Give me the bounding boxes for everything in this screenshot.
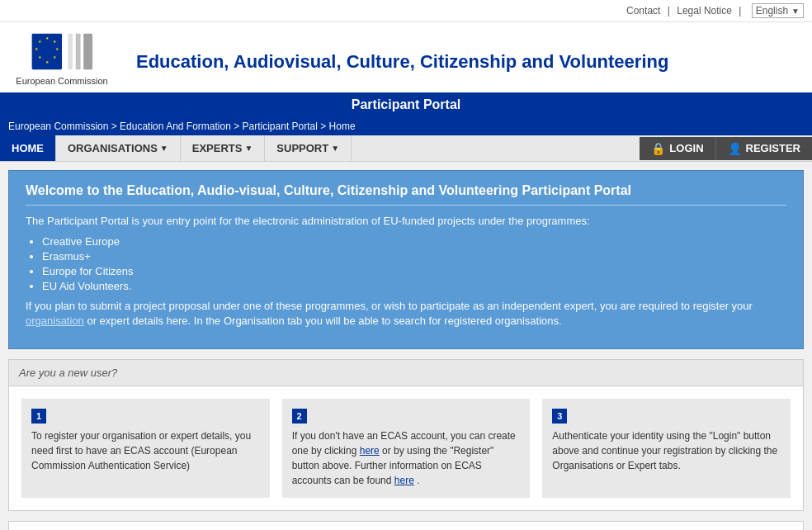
support-dropdown-icon: ▼	[331, 144, 339, 153]
nav-organisations[interactable]: ORGANISATIONS ▼	[56, 135, 181, 161]
legal-notice-link[interactable]: Legal Notice	[677, 5, 732, 17]
step-2-text3: .	[417, 475, 419, 486]
nav-bar: HOME ORGANISATIONS ▼ EXPERTS ▼ SUPPORT ▼…	[0, 135, 812, 162]
language-selector[interactable]: English ▼	[752, 3, 804, 18]
language-label: English	[756, 5, 788, 17]
breadcrumb-sep1: >	[111, 121, 117, 132]
welcome-title: Welcome to the Education, Audio-visual, …	[26, 183, 786, 206]
step-1-header: 1	[31, 409, 260, 424]
new-user-section: Are you a new user? 1 To register your o…	[8, 359, 804, 511]
main-content: Welcome to the Education, Audio-visual, …	[0, 162, 812, 530]
step-3-header: 3	[552, 409, 781, 424]
welcome-box: Welcome to the Education, Audio-visual, …	[8, 170, 804, 349]
steps-container: 1 To register your organisation or exper…	[9, 386, 803, 510]
header: ★ ★ ★ ★ ★ ★ ★ ★ European Commission Educ…	[0, 22, 812, 117]
breadcrumb-sep3: >	[320, 121, 328, 132]
breadcrumb-sep2: >	[234, 121, 242, 132]
nav-experts[interactable]: EXPERTS ▼	[181, 135, 266, 161]
step-number-3: 3	[552, 409, 567, 424]
programme-4: EU Aid Volunteers.	[42, 280, 786, 292]
svg-rect-12	[83, 34, 92, 70]
welcome-intro: The Participant Portal is your entry poi…	[26, 214, 786, 229]
step-1-text: To register your organisation or expert …	[31, 430, 251, 471]
chevron-down-icon: ▼	[791, 7, 800, 16]
step-1: 1 To register your organisation or exper…	[21, 399, 270, 498]
nav-items: HOME ORGANISATIONS ▼ EXPERTS ▼ SUPPORT ▼	[0, 135, 640, 161]
organisations-dropdown-icon: ▼	[160, 144, 168, 153]
nav-actions: 🔒 LOGIN 👤 REGISTER	[640, 137, 812, 160]
step-3: 3 Authenticate your identity using the "…	[542, 399, 791, 498]
new-user-header: Are you a new user?	[9, 360, 803, 386]
register-button[interactable]: 👤 REGISTER	[716, 137, 812, 160]
step-2-header: 2	[292, 409, 521, 424]
breadcrumb-home: Home	[329, 121, 356, 132]
top-bar: Contact | Legal Notice | English ▼	[0, 0, 812, 22]
step-3-text: Authenticate your identity using the "Lo…	[552, 430, 777, 471]
programme-1: Creative Europe	[42, 235, 786, 248]
programme-2: Erasmus+	[42, 250, 786, 263]
ecas-here-link-1[interactable]: here	[360, 445, 380, 457]
programmes-list: Creative Europe Erasmus+ Europe for Citi…	[42, 235, 786, 292]
nav-support[interactable]: SUPPORT ▼	[265, 135, 352, 161]
svg-rect-10	[68, 34, 73, 70]
separator1: |	[668, 5, 670, 17]
nav-home[interactable]: HOME	[0, 135, 56, 161]
programme-3: Europe for Citizens	[42, 265, 786, 277]
organisation-link[interactable]: organisation	[26, 315, 84, 327]
breadcrumb-portal[interactable]: Participant Portal	[243, 121, 318, 132]
breadcrumb-education[interactable]: Education And Formation	[120, 121, 231, 132]
header-right: Education, Audiovisual, Culture, Citizen…	[124, 43, 812, 73]
ec-label: European Commission	[16, 76, 107, 86]
breadcrumb-ec[interactable]: European Commission	[8, 121, 108, 132]
ecas-section: Do you already have an ECAS account?	[8, 521, 804, 530]
step-number-1: 1	[31, 409, 46, 424]
subtitle-bar: Participant Portal	[0, 92, 812, 117]
user-icon: 👤	[728, 142, 742, 155]
svg-rect-11	[76, 34, 81, 70]
main-title: Education, Audiovisual, Culture, Citizen…	[136, 51, 800, 73]
welcome-description: If you plan to submit a project proposal…	[26, 299, 786, 329]
logo-area: ★ ★ ★ ★ ★ ★ ★ ★ European Commission	[0, 22, 124, 92]
experts-dropdown-icon: ▼	[244, 144, 253, 153]
ecas-here-link-2[interactable]: here	[394, 475, 414, 486]
separator2: |	[739, 5, 741, 17]
breadcrumb: European Commission > Education And Form…	[0, 117, 812, 135]
eu-commission-logo: ★ ★ ★ ★ ★ ★ ★ ★	[29, 29, 95, 74]
contact-link[interactable]: Contact	[626, 5, 660, 17]
step-number-2: 2	[292, 409, 307, 424]
lock-icon: 🔒	[651, 142, 665, 155]
login-button[interactable]: 🔒 LOGIN	[640, 137, 715, 160]
step-2: 2 If you don't have an ECAS account, you…	[282, 399, 531, 498]
